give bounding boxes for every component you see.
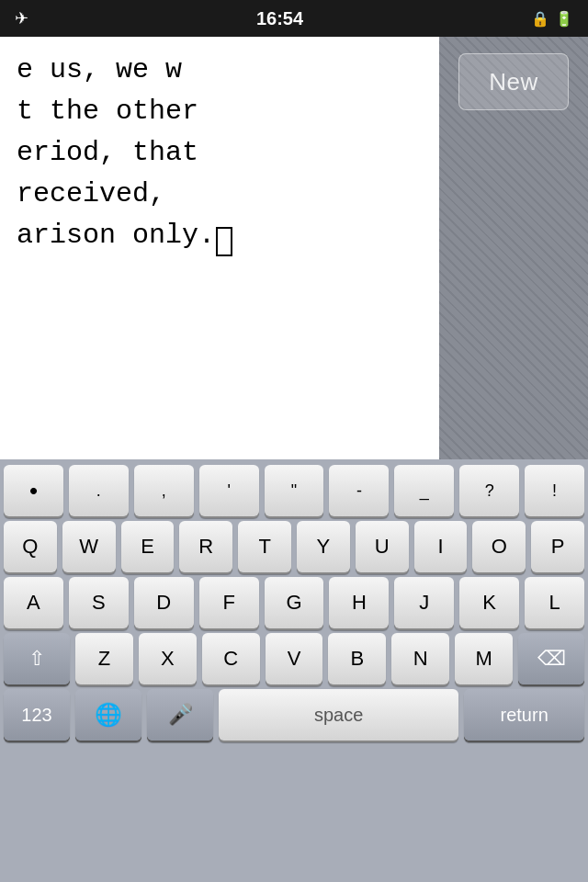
main-area: e us, we w t the other eriod, that recei… (0, 37, 588, 459)
keyboard-row-punctuation: • . , ' " - _ ? ! (4, 465, 584, 516)
key-exclaim[interactable]: ! (525, 465, 584, 516)
keyboard-row-qwerty: Q W E R T Y U I O P (4, 521, 584, 572)
keyboard-row-asdf: A S D F G H J K L (4, 577, 584, 628)
key-q[interactable]: Q (4, 521, 57, 572)
key-k[interactable]: K (459, 577, 519, 628)
key-f[interactable]: F (199, 577, 259, 628)
keyboard: • . , ' " - _ ? ! Q W E R T Y U I O P A … (0, 459, 588, 882)
status-bar: ✈ 16:54 🔒 🔋 (0, 0, 588, 37)
text-cursor (216, 227, 232, 256)
key-d[interactable]: D (134, 577, 194, 628)
key-h[interactable]: H (329, 577, 389, 628)
key-apostrophe[interactable]: ' (199, 465, 259, 516)
key-e[interactable]: E (121, 521, 175, 572)
delete-key[interactable]: ⌫ (518, 633, 584, 684)
lock-icon: 🔒 (531, 10, 549, 28)
key-u[interactable]: U (356, 521, 409, 572)
keyboard-row-bottom: 123 🌐 🎤 space return (4, 689, 584, 741)
text-editor[interactable]: e us, we w t the other eriod, that recei… (0, 37, 439, 459)
airplane-icon: ✈ (15, 8, 28, 28)
text-line-5: arison only. (17, 215, 423, 256)
microphone-icon: 🎤 (168, 703, 193, 727)
text-line-2: t the other (17, 91, 423, 132)
text-line-4: received, (17, 174, 423, 215)
key-hyphen[interactable]: - (329, 465, 389, 516)
microphone-key[interactable]: 🎤 (147, 689, 213, 741)
status-left: ✈ (15, 8, 28, 28)
number-key[interactable]: 123 (4, 689, 70, 741)
key-l[interactable]: L (525, 577, 584, 628)
key-j[interactable]: J (394, 577, 454, 628)
shift-key[interactable]: ⇧ (4, 633, 70, 684)
key-z[interactable]: Z (75, 633, 133, 684)
backspace-icon: ⌫ (537, 647, 566, 671)
key-comma[interactable]: , (134, 465, 194, 516)
key-t[interactable]: T (238, 521, 291, 572)
key-m[interactable]: M (455, 633, 513, 684)
key-y[interactable]: Y (297, 521, 350, 572)
key-n[interactable]: N (391, 633, 449, 684)
keyboard-row-zxcv: ⇧ Z X C V B N M ⌫ (4, 633, 584, 684)
shift-icon: ⇧ (28, 647, 45, 671)
key-r[interactable]: R (179, 521, 232, 572)
key-g[interactable]: G (265, 577, 324, 628)
new-button[interactable]: New (458, 53, 569, 110)
key-v[interactable]: V (266, 633, 323, 684)
battery-icon: 🔋 (555, 10, 573, 28)
key-w[interactable]: W (62, 521, 116, 572)
key-period[interactable]: . (69, 465, 129, 516)
status-right: 🔒 🔋 (531, 10, 573, 28)
key-x[interactable]: X (139, 633, 197, 684)
key-s[interactable]: S (69, 577, 129, 628)
key-quote[interactable]: " (265, 465, 324, 516)
key-o[interactable]: O (472, 521, 526, 572)
globe-icon: 🌐 (95, 702, 122, 728)
globe-key[interactable]: 🌐 (75, 689, 141, 741)
key-a[interactable]: A (4, 577, 63, 628)
key-i[interactable]: I (414, 521, 468, 572)
key-question[interactable]: ? (459, 465, 519, 516)
key-underscore[interactable]: _ (394, 465, 454, 516)
space-key[interactable]: space (219, 689, 458, 741)
text-line-1: e us, we w (17, 50, 423, 91)
key-b[interactable]: B (328, 633, 386, 684)
return-key[interactable]: return (464, 689, 584, 741)
status-time: 16:54 (256, 8, 303, 29)
text-line-3: eriod, that (17, 132, 423, 174)
key-bullet[interactable]: • (4, 465, 63, 516)
key-c[interactable]: C (202, 633, 260, 684)
key-p[interactable]: P (531, 521, 584, 572)
sidebar: New (439, 37, 588, 459)
